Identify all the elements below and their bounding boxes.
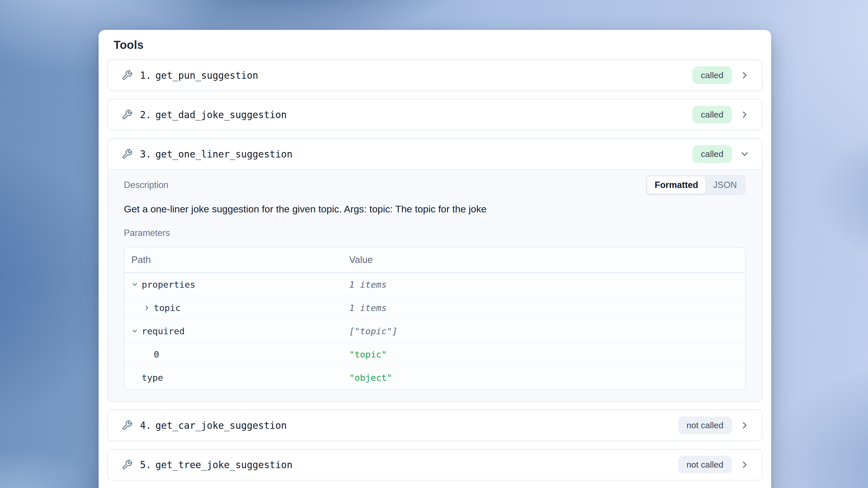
chevron-down-icon[interactable]: [131, 328, 138, 335]
tool-description: Get a one-liner joke suggestion for the …: [124, 203, 746, 215]
wrench-icon: [122, 70, 132, 81]
status-badge: called: [692, 66, 732, 84]
tool-index: 1.: [140, 70, 152, 81]
tool-name: get_one_liner_suggestion: [155, 149, 292, 160]
page-background: Tools 1.get_pun_suggestion called 2.get_…: [0, 0, 868, 488]
wrench-icon: [122, 149, 132, 159]
tool-header-get-pun-suggestion[interactable]: 1.get_pun_suggestion called: [108, 60, 762, 91]
column-header-path: Path: [131, 254, 349, 265]
status-badge: called: [692, 145, 732, 163]
path-value: 1 items: [349, 303, 745, 313]
tool-row-get-dad-joke-suggestion: 2.get_dad_joke_suggestion called: [107, 99, 763, 130]
wrench-icon: [122, 109, 132, 120]
table-row-type: type "object": [124, 366, 745, 389]
path-value: 1 items: [349, 279, 745, 290]
status-badge: not called: [678, 456, 732, 474]
tool-index: 2.: [140, 109, 152, 120]
tool-name: get_dad_joke_suggestion: [155, 109, 287, 120]
tool-row-get-pun-suggestion: 1.get_pun_suggestion called: [107, 60, 763, 91]
table-row-topic: topic 1 items: [124, 296, 745, 319]
tool-name: get_car_joke_suggestion: [155, 420, 287, 431]
tool-row-get-car-joke-suggestion: 4.get_car_joke_suggestion not called: [107, 409, 763, 441]
path-key: required: [142, 326, 185, 336]
tool-row-get-one-liner-suggestion: 3.get_one_liner_suggestion called Descri…: [107, 138, 763, 402]
chevron-right-icon[interactable]: [144, 304, 150, 311]
tool-details-panel: Description Formatted JSON Get a one-lin…: [108, 169, 762, 401]
toggle-formatted-button[interactable]: Formatted: [647, 177, 706, 194]
view-toggle: Formatted JSON: [646, 175, 746, 195]
path-key: properties: [142, 279, 195, 290]
tool-index: 5.: [140, 459, 152, 470]
wrench-icon: [122, 420, 132, 431]
chevron-right-icon[interactable]: [740, 460, 750, 470]
page-title: Tools: [114, 38, 763, 52]
tool-row-get-tree-joke-suggestion: 5.get_tree_joke_suggestion not called: [107, 449, 763, 481]
chevron-down-icon[interactable]: [131, 281, 138, 288]
tool-index: 3.: [140, 149, 152, 160]
path-value: "object": [349, 372, 745, 383]
chevron-down-icon[interactable]: [740, 149, 750, 159]
tool-name: get_tree_joke_suggestion: [155, 459, 292, 470]
path-key: type: [142, 372, 163, 383]
toggle-json-button[interactable]: JSON: [706, 177, 744, 194]
chevron-right-icon[interactable]: [740, 420, 750, 430]
tool-header-get-one-liner-suggestion[interactable]: 3.get_one_liner_suggestion called: [108, 139, 762, 169]
status-badge: not called: [678, 417, 732, 434]
chevron-right-icon[interactable]: [740, 70, 750, 81]
tool-header-get-tree-joke-suggestion[interactable]: 5.get_tree_joke_suggestion not called: [108, 450, 762, 480]
parameters-label: Parameters: [124, 228, 746, 238]
path-value: ["topic"]: [349, 326, 745, 336]
column-header-value: Value: [349, 254, 745, 265]
path-key: topic: [154, 303, 181, 313]
parameters-table: Path Value properties 1 items: [124, 247, 746, 390]
parameters-table-header: Path Value: [124, 247, 745, 273]
tool-header-get-car-joke-suggestion[interactable]: 4.get_car_joke_suggestion not called: [108, 410, 762, 440]
table-row-0: 0 "topic": [124, 342, 745, 366]
tool-index: 4.: [140, 420, 152, 431]
tools-card: Tools 1.get_pun_suggestion called 2.get_…: [99, 30, 771, 488]
chevron-right-icon[interactable]: [740, 110, 750, 120]
status-badge: called: [692, 106, 732, 124]
description-label: Description: [124, 180, 168, 190]
table-row-required: required ["topic"]: [124, 319, 745, 342]
tool-name: get_pun_suggestion: [155, 70, 258, 81]
table-row-properties: properties 1 items: [124, 273, 745, 296]
path-value: "topic": [349, 349, 745, 360]
wrench-icon: [122, 459, 132, 470]
tool-header-get-dad-joke-suggestion[interactable]: 2.get_dad_joke_suggestion called: [108, 99, 762, 130]
path-key: 0: [154, 349, 159, 360]
